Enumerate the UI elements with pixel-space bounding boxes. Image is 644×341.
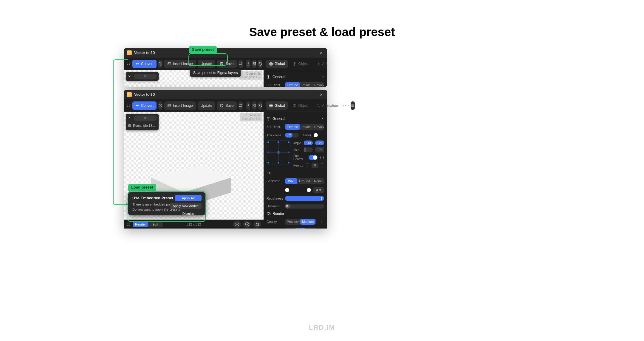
size-slider[interactable] bbox=[304, 147, 313, 152]
angle-y-slider[interactable]: 22 bbox=[315, 141, 324, 145]
chevron-down-icon[interactable] bbox=[321, 117, 324, 121]
resolution-512[interactable]: 512 bbox=[295, 228, 305, 229]
layer-item[interactable]: Rectangle 18... bbox=[128, 123, 157, 129]
perspective-label: Persp... bbox=[293, 164, 304, 167]
close-button[interactable]: ✕ bbox=[318, 50, 324, 56]
backdrop-color-2[interactable] bbox=[307, 188, 311, 192]
section-render[interactable]: Render bbox=[267, 212, 324, 216]
free-control-toggle[interactable] bbox=[309, 155, 318, 160]
perspective-value[interactable]: 0 bbox=[312, 163, 318, 168]
mode-edit[interactable]: Edit bbox=[148, 221, 163, 227]
play-icon[interactable] bbox=[243, 221, 251, 228]
refresh-icon[interactable] bbox=[258, 101, 262, 110]
quality-medium[interactable]: Medium bbox=[300, 219, 315, 225]
pause-button[interactable] bbox=[158, 60, 162, 68]
callout-save-label: Save preset bbox=[189, 46, 217, 53]
tab-global[interactable]: Global bbox=[266, 101, 288, 110]
mode-segmented: Render Edit bbox=[133, 221, 163, 227]
pause-button[interactable] bbox=[158, 101, 162, 110]
effect-inflate[interactable]: Inflate bbox=[300, 82, 312, 87]
backdrop-segmented: Wall Ground None bbox=[285, 178, 324, 184]
callout-load-label: Load preset bbox=[128, 184, 156, 191]
backdrop-color-hex[interactable]: # fff bbox=[313, 187, 324, 193]
save-button[interactable]: Save bbox=[217, 101, 236, 110]
dismiss-button[interactable]: Dismiss bbox=[175, 211, 202, 217]
svg-point-16 bbox=[168, 105, 169, 105]
insert-image-button[interactable]: Insert Image bbox=[164, 60, 196, 68]
effect-extrude[interactable]: Extrude bbox=[285, 124, 300, 130]
download-icon[interactable] bbox=[246, 60, 250, 68]
close-button[interactable]: ✕ bbox=[318, 92, 324, 98]
angle-pad[interactable] bbox=[267, 141, 290, 164]
distance-slider[interactable]: 0 bbox=[285, 204, 324, 209]
effect-label: 3D Effect bbox=[267, 125, 283, 129]
titlebar: Vector to 3D ✕ bbox=[124, 48, 327, 58]
status-time: Done in 8s bbox=[242, 114, 261, 117]
resolution-1024[interactable]: 1024 bbox=[305, 228, 316, 229]
svg-point-25 bbox=[317, 104, 320, 107]
gear-icon[interactable] bbox=[126, 222, 131, 226]
section-general[interactable]: General bbox=[267, 117, 324, 121]
export-icon[interactable] bbox=[253, 221, 261, 228]
layer-item-label: Rectangle 18... bbox=[133, 124, 155, 127]
settings-icon[interactable] bbox=[239, 101, 243, 110]
download-icon[interactable] bbox=[246, 101, 250, 110]
insert-image-button[interactable]: Insert Image bbox=[164, 101, 196, 110]
svg-point-18 bbox=[239, 106, 240, 107]
tab-animation[interactable]: Animation bbox=[313, 60, 327, 68]
page-title: Save preset & load preset bbox=[249, 25, 395, 39]
grid-icon[interactable] bbox=[252, 101, 256, 110]
connector-line bbox=[113, 59, 128, 205]
window-save-preset: Vector to 3D ✕ Convert Insert Image Upda… bbox=[124, 48, 327, 87]
tab-animation[interactable]: Animation bbox=[313, 101, 341, 110]
toolbar: Convert Insert Image Update Save Global … bbox=[124, 58, 327, 70]
effect-extrude[interactable]: Extrude bbox=[285, 82, 300, 87]
convert-button[interactable]: Convert bbox=[132, 101, 157, 110]
thickness-slider[interactable]: 2 bbox=[285, 133, 299, 138]
backdrop-color-1[interactable] bbox=[285, 188, 289, 192]
update-button[interactable]: Update bbox=[198, 101, 215, 110]
effect-revolve[interactable]: Revolve bbox=[312, 124, 324, 130]
thinner-toggle[interactable] bbox=[314, 133, 318, 137]
mode-render[interactable]: Render bbox=[133, 221, 148, 227]
tab-global[interactable]: Global bbox=[266, 60, 288, 68]
backdrop-wall[interactable]: Wall bbox=[285, 178, 297, 184]
layer-panel bbox=[126, 72, 159, 81]
focus-icon[interactable] bbox=[233, 221, 241, 228]
resolution-256[interactable]: 256 bbox=[285, 228, 295, 229]
layer-search[interactable] bbox=[134, 115, 157, 121]
tab-animation-label: Animation bbox=[322, 62, 327, 66]
chevron-up-icon[interactable] bbox=[128, 116, 131, 121]
layer-search[interactable] bbox=[134, 74, 157, 79]
perspective-checkbox-2[interactable] bbox=[321, 163, 324, 167]
roughness-slider[interactable]: 1 bbox=[285, 196, 324, 201]
chevron-down-icon[interactable] bbox=[128, 74, 131, 79]
angle-x-slider[interactable]: 43 bbox=[304, 141, 313, 145]
camera-icon[interactable] bbox=[267, 171, 271, 175]
tab-object[interactable]: Object bbox=[290, 101, 312, 110]
layer-swatch-icon bbox=[128, 124, 131, 127]
chevron-down-icon[interactable] bbox=[321, 75, 324, 79]
menu-icon[interactable] bbox=[351, 101, 355, 110]
tab-object[interactable]: Object bbox=[290, 60, 312, 68]
grid-icon[interactable] bbox=[252, 60, 256, 68]
effect-inflate[interactable]: Inflate bbox=[300, 124, 312, 130]
refresh-icon[interactable] bbox=[258, 60, 262, 68]
update-button[interactable]: Update bbox=[198, 60, 215, 68]
convert-button[interactable]: Convert bbox=[132, 60, 157, 68]
apply-all-button[interactable]: Apply All bbox=[175, 195, 202, 201]
backdrop-ground[interactable]: Ground bbox=[297, 178, 312, 184]
perspective-checkbox[interactable] bbox=[306, 163, 309, 167]
save-button[interactable]: Save bbox=[217, 60, 236, 68]
quality-preview[interactable]: Preview bbox=[285, 219, 300, 225]
info-icon[interactable] bbox=[320, 155, 324, 160]
settings-icon[interactable] bbox=[239, 60, 243, 68]
thickness-value: 2 bbox=[289, 134, 291, 137]
backdrop-none[interactable]: None bbox=[312, 178, 324, 184]
apply-new-button[interactable]: Apply New Added bbox=[170, 203, 202, 209]
quality-product[interactable]: Product bbox=[315, 219, 316, 225]
section-general[interactable]: General bbox=[267, 75, 324, 79]
size-value[interactable]: 0.74 bbox=[315, 147, 324, 152]
quality-more[interactable]: ⋮ bbox=[318, 220, 324, 224]
effect-revolve[interactable]: Revolve bbox=[312, 82, 324, 87]
